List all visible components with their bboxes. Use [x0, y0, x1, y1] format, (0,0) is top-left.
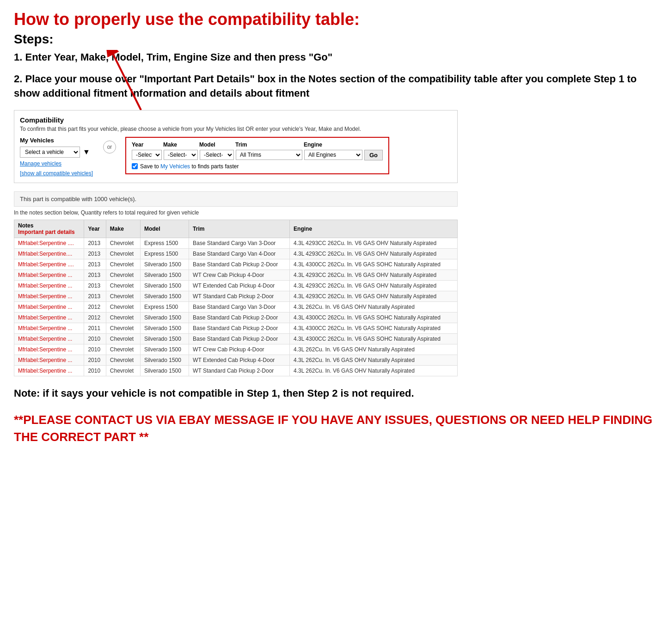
cell-year: 2010	[84, 365, 106, 376]
col-engine: Engine	[290, 220, 458, 238]
show-all-link[interactable]: [show all compatible vehicles]	[20, 170, 93, 177]
col-trim: Trim	[189, 220, 290, 238]
go-button[interactable]: Go	[364, 150, 383, 160]
cell-year: 2013	[84, 259, 106, 270]
cell-notes: Mfrlabel:Serpentine ...	[14, 291, 84, 301]
cell-engine: 4.3L 4293CC 262Cu. In. V6 GAS OHV Natura…	[290, 270, 458, 280]
cell-model: Silverado 1500	[140, 270, 189, 280]
cell-make: Chevrolet	[106, 248, 140, 259]
cell-notes: Mfrlabel:Serpentine ...	[14, 355, 84, 365]
save-text: Save to My Vehicles to finds parts faste…	[140, 163, 239, 170]
step1-text: 1. Enter Year, Make, Model, Trim, Engine…	[14, 50, 654, 65]
note-text: Note: if it says your vehicle is not com…	[14, 386, 654, 401]
model-label: Model	[199, 141, 235, 148]
cell-engine: 4.3L 4293CC 262Cu. In. V6 GAS OHV Natura…	[290, 248, 458, 259]
cell-notes: Mfrlabel:Serpentine ...	[14, 270, 84, 280]
cell-engine: 4.3L 4293CC 262Cu. In. V6 GAS OHV Natura…	[290, 238, 458, 248]
field-labels-row: Year Make Model Trim Engine	[132, 141, 383, 148]
cell-engine: 4.3L 262Cu. In. V6 GAS OHV Naturally Asp…	[290, 301, 458, 312]
model-select[interactable]: -Select-	[200, 150, 234, 160]
trim-select[interactable]: All Trims	[236, 150, 302, 160]
cell-make: Chevrolet	[106, 344, 140, 355]
cell-notes: Mfrlabel:Serpentine ...	[14, 280, 84, 291]
cell-model: Silverado 1500	[140, 355, 189, 365]
my-vehicles-section: My Vehicles Select a vehicle ▼ Manage ve…	[20, 137, 94, 177]
cell-notes: Mfrlabel:Serpentine....	[14, 248, 84, 259]
cell-make: Chevrolet	[106, 280, 140, 291]
cell-trim: Base Standard Cab Pickup 2-Door	[189, 312, 290, 323]
col-notes: Notes Important part details	[14, 220, 84, 238]
cell-trim: Base Standard Cargo Van 3-Door	[189, 238, 290, 248]
cell-notes: Mfrlabel:Serpentine ...	[14, 333, 84, 344]
table-row: Mfrlabel:Serpentine ...2013ChevroletSilv…	[14, 291, 458, 301]
col-year: Year	[84, 220, 106, 238]
engine-label: Engine	[304, 141, 364, 148]
cell-notes: Mfrlabel:Serpentine ...	[14, 301, 84, 312]
table-row: Mfrlabel:Serpentine ...2013ChevroletSilv…	[14, 280, 458, 291]
cell-make: Chevrolet	[106, 365, 140, 376]
compat-row: My Vehicles Select a vehicle ▼ Manage ve…	[20, 137, 452, 177]
cell-model: Silverado 1500	[140, 323, 189, 333]
table-row: Mfrlabel:Serpentine ...2013ChevroletSilv…	[14, 270, 458, 280]
vehicle-select-dropdown[interactable]: Select a vehicle	[20, 147, 80, 158]
table-row: Mfrlabel:Serpentine ....2013ChevroletExp…	[14, 238, 458, 248]
compat-widget: Compatibility To confirm that this part …	[14, 110, 458, 183]
engine-select[interactable]: All Engines	[304, 150, 362, 160]
manage-vehicles-link[interactable]: Manage vehicles	[20, 160, 94, 167]
cell-notes: Mfrlabel:Serpentine ...	[14, 365, 84, 376]
cell-engine: 4.3L 4293CC 262Cu. In. V6 GAS OHV Natura…	[290, 280, 458, 291]
cell-year: 2012	[84, 312, 106, 323]
cell-trim: WT Crew Cab Pickup 4-Door	[189, 344, 290, 355]
cell-make: Chevrolet	[106, 355, 140, 365]
compat-info-bar: This part is compatible with 1000 vehicl…	[14, 191, 458, 207]
cell-engine: 4.3L 4300CC 262Cu. In. V6 GAS SOHC Natur…	[290, 323, 458, 333]
cell-year: 2013	[84, 280, 106, 291]
trim-label: Trim	[235, 141, 304, 148]
table-row: Mfrlabel:Serpentine ...2010ChevroletSilv…	[14, 365, 458, 376]
cell-make: Chevrolet	[106, 333, 140, 344]
cell-notes: Mfrlabel:Serpentine ...	[14, 312, 84, 323]
cell-notes: Mfrlabel:Serpentine ....	[14, 259, 84, 270]
or-circle: or	[103, 141, 116, 153]
my-vehicles-link-inline[interactable]: My Vehicles	[160, 163, 190, 170]
cell-year: 2013	[84, 270, 106, 280]
save-checkbox[interactable]	[132, 163, 138, 169]
cell-model: Silverado 1500	[140, 291, 189, 301]
cell-make: Chevrolet	[106, 270, 140, 280]
table-row: Mfrlabel:Serpentine ...2010ChevroletSilv…	[14, 344, 458, 355]
contact-text: **PLEASE CONTACT US VIA EBAY MESSAGE IF …	[14, 411, 654, 445]
cell-engine: 4.3L 4300CC 262Cu. In. V6 GAS SOHC Natur…	[290, 333, 458, 344]
cell-trim: WT Standard Cab Pickup 2-Door	[189, 365, 290, 376]
col-make: Make	[106, 220, 140, 238]
cell-make: Chevrolet	[106, 323, 140, 333]
cell-trim: Base Standard Cargo Van 4-Door	[189, 248, 290, 259]
cell-model: Silverado 1500	[140, 365, 189, 376]
cell-trim: WT Standard Cab Pickup 2-Door	[189, 291, 290, 301]
cell-engine: 4.3L 262Cu. In. V6 GAS OHV Naturally Asp…	[290, 355, 458, 365]
make-label: Make	[163, 141, 199, 148]
cell-trim: WT Extended Cab Pickup 4-Door	[189, 355, 290, 365]
cell-year: 2010	[84, 344, 106, 355]
table-row: Mfrlabel:Serpentine ....2013ChevroletSil…	[14, 259, 458, 270]
cell-model: Silverado 1500	[140, 344, 189, 355]
cell-engine: 4.3L 4293CC 262Cu. In. V6 GAS OHV Natura…	[290, 291, 458, 301]
year-label: Year	[132, 141, 163, 148]
compat-table: Notes Important part details Year Make M…	[14, 220, 458, 376]
col-model: Model	[140, 220, 189, 238]
cell-trim: WT Crew Cab Pickup 4-Door	[189, 270, 290, 280]
cell-model: Express 1500	[140, 301, 189, 312]
make-select[interactable]: -Select-	[164, 150, 198, 160]
important-part-details-header: Important part details	[18, 229, 80, 235]
cell-make: Chevrolet	[106, 312, 140, 323]
save-checkbox-row: Save to My Vehicles to finds parts faste…	[132, 163, 383, 170]
cell-model: Silverado 1500	[140, 312, 189, 323]
cell-year: 2012	[84, 301, 106, 312]
table-row: Mfrlabel:Serpentine....2013ChevroletExpr…	[14, 248, 458, 259]
cell-notes: Mfrlabel:Serpentine ...	[14, 323, 84, 333]
table-row: Mfrlabel:Serpentine ...2012ChevroletSilv…	[14, 312, 458, 323]
dropdown-arrow-icon: ▼	[83, 148, 90, 156]
table-row: Mfrlabel:Serpentine ...2010ChevroletSilv…	[14, 355, 458, 365]
year-select[interactable]: -Select-	[132, 150, 162, 160]
steps-heading: Steps:	[14, 32, 654, 47]
cell-year: 2010	[84, 333, 106, 344]
